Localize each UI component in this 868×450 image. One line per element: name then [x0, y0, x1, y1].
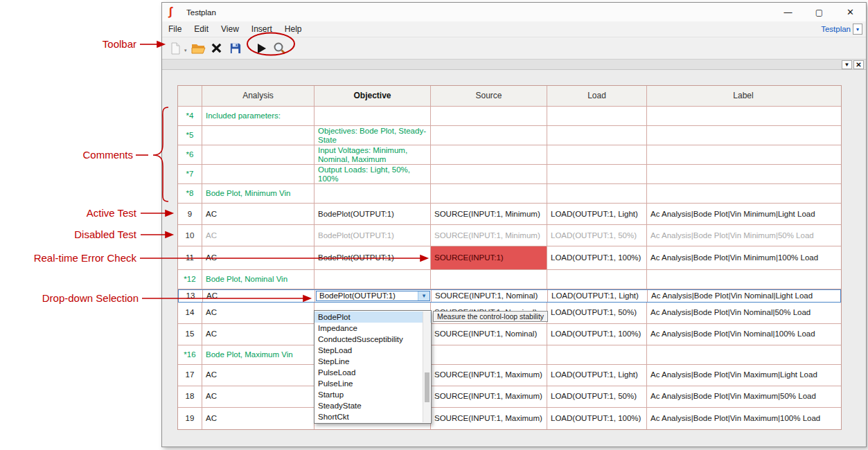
row-number-cell[interactable]: 17: [178, 365, 202, 386]
table-row[interactable]: 10ACBodePlot(OUTPUT:1)SOURCE(INPUT:1, Mi…: [178, 225, 841, 246]
table-row[interactable]: *5Objectives: Bode Plot, Steady-State: [178, 126, 841, 145]
cell-load[interactable]: [547, 165, 647, 183]
cell-objective[interactable]: Input Voltages: Minimum, Nominal, Maximu…: [315, 145, 431, 164]
cell-analysis[interactable]: Included parameters:: [202, 107, 315, 125]
row-number-cell[interactable]: 18: [178, 386, 202, 407]
new-file-dropdown-icon[interactable]: ▾: [184, 48, 187, 53]
table-row[interactable]: 18ACSOURCE(INPUT:1, Maximum)LOAD(OUTPUT:…: [178, 386, 841, 408]
cell-label[interactable]: Ac Analysis|Bode Plot|Vin Maximum|50% Lo…: [647, 386, 840, 407]
cell-analysis[interactable]: AC: [202, 204, 315, 224]
row-number-cell[interactable]: 11: [178, 246, 202, 269]
cell-load[interactable]: [547, 184, 647, 203]
row-number-cell[interactable]: *6: [178, 145, 202, 164]
cell-objective[interactable]: BodePlot(OUTPUT:1): [315, 225, 431, 246]
chevron-down-icon[interactable]: ▾: [418, 291, 429, 300]
cell-load[interactable]: LOAD(OUTPUT:1, Light): [548, 290, 648, 302]
cell-label[interactable]: Ac Analysis|Bode Plot|Vin Nominal|100% L…: [647, 324, 840, 345]
cell-source[interactable]: SOURCE(INPUT:1, Minimum): [431, 225, 547, 246]
cell-load[interactable]: [547, 345, 647, 364]
row-number-cell[interactable]: 19: [178, 408, 202, 429]
cell-analysis[interactable]: AC: [202, 324, 315, 345]
cell-label[interactable]: [647, 184, 840, 203]
table-row[interactable]: 9ACBodePlot(OUTPUT:1)SOURCE(INPUT:1, Min…: [178, 204, 841, 225]
cell-objective[interactable]: BodePlot(OUTPUT:1): [315, 204, 431, 224]
table-row[interactable]: 13ACBodePlot(OUTPUT:1)▾SOURCE(INPUT:1, N…: [178, 289, 841, 303]
cell-label[interactable]: [647, 165, 840, 183]
dropdown-item[interactable]: Startup: [315, 389, 431, 400]
cell-label[interactable]: [647, 345, 840, 364]
cell-source[interactable]: SOURCE(INPUT:1, Maximum): [431, 386, 547, 407]
cell-source[interactable]: SOURCE(INPUT:1, Nominal): [432, 290, 548, 302]
minimize-button[interactable]: —: [772, 3, 804, 21]
header-analysis[interactable]: Analysis: [202, 86, 315, 106]
cell-analysis[interactable]: AC: [202, 365, 315, 386]
cell-objective[interactable]: [315, 107, 431, 125]
cell-label[interactable]: Ac Analysis|Bode Plot|Vin Maximum|Light …: [647, 365, 840, 386]
table-row[interactable]: 11ACBodePlot(OUTPUT:1)SOURCE(INPUT:1)LOA…: [178, 246, 841, 270]
table-row[interactable]: 15ACSOURCE(INPUT:1, Nominal)LOAD(OUTPUT:…: [178, 324, 841, 345]
cell-load[interactable]: [547, 126, 647, 145]
cell-load[interactable]: LOAD(OUTPUT:1, 100%): [547, 324, 647, 345]
cell-load[interactable]: LOAD(OUTPUT:1, 50%): [547, 386, 647, 407]
cell-objective[interactable]: Objectives: Bode Plot, Steady-State: [315, 126, 431, 145]
header-source[interactable]: Source: [431, 86, 547, 106]
menu-help[interactable]: Help: [278, 21, 308, 37]
cell-source[interactable]: SOURCE(INPUT:1, Minimum): [431, 204, 547, 224]
cell-load[interactable]: LOAD(OUTPUT:1, 50%): [547, 225, 647, 246]
objective-combobox[interactable]: BodePlot(OUTPUT:1)▾: [316, 291, 430, 301]
row-number-cell[interactable]: 14: [178, 303, 202, 323]
cell-objective[interactable]: Output Loads: Light, 50%, 100%: [315, 165, 431, 183]
cell-source[interactable]: SOURCE(INPUT:1): [431, 246, 547, 269]
row-number-cell[interactable]: *12: [178, 270, 202, 289]
search-icon[interactable]: [272, 40, 288, 57]
cell-analysis[interactable]: AC: [202, 408, 315, 429]
cell-source[interactable]: [431, 145, 547, 164]
cell-objective[interactable]: BodePlot(OUTPUT:1)▾: [315, 290, 432, 302]
dropdown-item[interactable]: PulseLine: [315, 378, 431, 389]
cell-analysis[interactable]: AC: [203, 290, 315, 302]
close-button[interactable]: ✕: [835, 3, 866, 21]
header-label[interactable]: Label: [647, 86, 840, 106]
cell-load[interactable]: LOAD(OUTPUT:1, 100%): [547, 246, 647, 269]
header-objective[interactable]: Objective: [315, 86, 431, 106]
table-row[interactable]: *7Output Loads: Light, 50%, 100%: [178, 165, 841, 184]
row-number-cell[interactable]: 13: [179, 290, 203, 302]
cell-load[interactable]: [547, 145, 647, 164]
panel-collapse-icon[interactable]: ▼: [842, 60, 852, 69]
cell-load[interactable]: LOAD(OUTPUT:1, Light): [547, 204, 647, 224]
cell-analysis[interactable]: [202, 165, 315, 183]
table-row[interactable]: 17ACSOURCE(INPUT:1, Maximum)LOAD(OUTPUT:…: [178, 365, 841, 386]
cell-load[interactable]: LOAD(OUTPUT:1, 50%): [547, 303, 647, 323]
table-row[interactable]: *12Bode Plot, Nominal Vin: [178, 270, 841, 289]
cell-label[interactable]: Ac Analysis|Bode Plot|Vin Minimum|100% L…: [647, 246, 840, 269]
panel-close-icon[interactable]: ✕: [853, 60, 864, 69]
dropdown-item[interactable]: SteadyState: [315, 400, 431, 411]
dropdown-item[interactable]: ShortCkt: [315, 411, 431, 422]
testplan-selector[interactable]: Testplan: [821, 25, 851, 33]
cell-label[interactable]: [647, 126, 840, 145]
menu-edit[interactable]: Edit: [188, 21, 215, 37]
new-file-icon[interactable]: [167, 40, 184, 57]
row-number-cell[interactable]: *5: [178, 126, 202, 145]
cell-analysis[interactable]: AC: [202, 246, 315, 269]
cell-label[interactable]: Ac Analysis|Bode Plot|Vin Minimum|50% Lo…: [647, 225, 840, 246]
cell-analysis[interactable]: Bode Plot, Nominal Vin: [202, 270, 315, 289]
dropdown-item[interactable]: StepLoad: [315, 345, 431, 356]
cell-analysis[interactable]: AC: [202, 225, 315, 246]
row-number-cell[interactable]: *16: [178, 345, 202, 364]
cell-source[interactable]: [431, 184, 547, 203]
cell-source[interactable]: SOURCE(INPUT:1, Maximum): [431, 408, 547, 429]
cell-analysis[interactable]: [202, 145, 315, 164]
cell-label[interactable]: Ac Analysis|Bode Plot|Vin Nominal|50% Lo…: [647, 303, 840, 323]
dropdown-item[interactable]: BodePlot: [315, 312, 431, 323]
cell-label[interactable]: [647, 270, 840, 289]
dropdown-item[interactable]: Impedance: [315, 323, 431, 334]
table-row[interactable]: 19ACBodePlot(OUTPUT:1)SOURCE(INPUT:1, Ma…: [178, 408, 841, 429]
table-row[interactable]: *6Input Voltages: Minimum, Nominal, Maxi…: [178, 145, 841, 165]
table-row[interactable]: *8Bode Plot, Minimum Vin: [178, 184, 841, 204]
dropdown-item[interactable]: PulseLoad: [315, 367, 431, 378]
save-icon[interactable]: [227, 40, 244, 57]
cell-objective[interactable]: BodePlot(OUTPUT:1): [315, 246, 431, 269]
cell-source[interactable]: [431, 126, 547, 145]
row-number-cell[interactable]: *4: [178, 107, 202, 125]
